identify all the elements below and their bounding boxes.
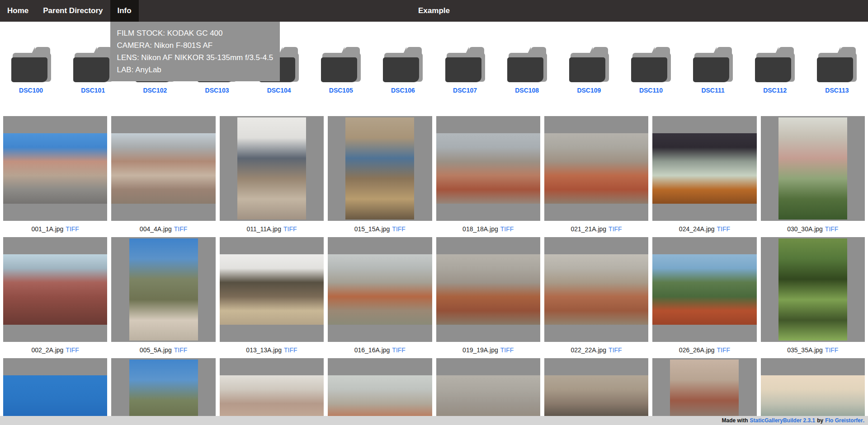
folder-icon[interactable] (755, 47, 795, 82)
folder-label[interactable]: DSC102 (143, 87, 167, 94)
photo-thumbnail-link[interactable] (761, 358, 865, 425)
tiff-link[interactable]: TIFF (609, 346, 622, 354)
photo-thumbnail-link[interactable] (111, 116, 215, 221)
photo-filename: 013_13A.jpg (246, 346, 282, 354)
folder-icon-front (11, 57, 47, 82)
folder-icon-front (817, 57, 853, 82)
photo-image (778, 117, 847, 220)
folder-item-dsc105[interactable]: DSC105 (310, 47, 372, 94)
folder-icon[interactable] (507, 47, 547, 82)
photo-caption: 035_35A.jpgTIFF (761, 342, 865, 358)
photo-cell (652, 358, 756, 425)
photo-thumbnail-link[interactable] (436, 358, 540, 425)
tiff-link[interactable]: TIFF (66, 225, 79, 233)
folder-item-dsc110[interactable]: DSC110 (620, 47, 682, 94)
tiff-link[interactable]: TIFF (392, 346, 406, 354)
photo-filename: 024_24A.jpg (679, 225, 715, 233)
folder-item-dsc100[interactable]: DSC100 (0, 47, 62, 94)
nav-item-info[interactable]: InfoFILM STOCK: KODAK GC 400CAMERA: Niko… (110, 0, 139, 22)
folder-icon-front (693, 57, 729, 82)
photo-thumbnail-link[interactable] (220, 237, 324, 342)
folder-icon[interactable] (445, 47, 485, 82)
folder-icon[interactable] (11, 47, 51, 82)
folder-item-dsc109[interactable]: DSC109 (558, 47, 620, 94)
folder-icon[interactable] (321, 47, 361, 82)
folder-label[interactable]: DSC107 (453, 87, 477, 94)
folder-label[interactable]: DSC106 (391, 87, 415, 94)
tiff-link[interactable]: TIFF (500, 346, 514, 354)
photo-image (220, 254, 324, 325)
photo-thumbnail-link[interactable] (544, 358, 648, 425)
folder-item-dsc106[interactable]: DSC106 (372, 47, 434, 94)
photo-thumbnail-link[interactable] (220, 116, 324, 221)
folder-label[interactable]: DSC105 (329, 87, 353, 94)
photo-thumbnail-link[interactable] (761, 237, 865, 342)
photo-thumbnail-link[interactable] (111, 237, 215, 342)
photo-image (778, 238, 847, 341)
folder-icon[interactable] (631, 47, 671, 82)
folder-label[interactable]: DSC112 (763, 87, 787, 94)
photo-thumbnail-link[interactable] (220, 358, 324, 425)
tiff-link[interactable]: TIFF (500, 225, 514, 233)
folder-label[interactable]: DSC101 (81, 87, 105, 94)
folder-label[interactable]: DSC110 (639, 87, 663, 94)
photo-thumbnail-link[interactable] (328, 237, 432, 342)
folder-item-dsc111[interactable]: DSC111 (682, 47, 744, 94)
photo-thumbnail-link[interactable] (3, 237, 107, 342)
photo-thumbnail-link[interactable] (652, 358, 756, 425)
photo-thumbnail-link[interactable] (328, 358, 432, 425)
folder-label[interactable]: DSC109 (577, 87, 601, 94)
tiff-link[interactable]: TIFF (717, 346, 730, 354)
tiff-link[interactable]: TIFF (284, 346, 297, 354)
tiff-link[interactable]: TIFF (609, 225, 622, 233)
photo-filename: 018_18A.jpg (462, 225, 498, 233)
photo-cell: 013_13A.jpgTIFF (220, 237, 324, 358)
folder-item-dsc108[interactable]: DSC108 (496, 47, 558, 94)
photo-thumbnail-link[interactable] (436, 237, 540, 342)
footer-builder-link[interactable]: StaticGalleryBuilder 2.3.1 (750, 417, 816, 424)
tiff-link[interactable]: TIFF (717, 225, 730, 233)
folder-label[interactable]: DSC108 (515, 87, 539, 94)
photo-cell (761, 358, 865, 425)
folder-label[interactable]: DSC111 (701, 87, 724, 94)
tiff-link[interactable]: TIFF (174, 225, 188, 233)
folder-icon-front (631, 57, 667, 82)
tiff-link[interactable]: TIFF (174, 346, 188, 354)
folder-label[interactable]: DSC103 (205, 87, 229, 94)
tiff-link[interactable]: TIFF (66, 346, 79, 354)
folder-icon[interactable] (817, 47, 857, 82)
photo-thumbnail-link[interactable] (652, 237, 756, 342)
photo-caption: 018_18A.jpgTIFF (436, 221, 540, 237)
folder-icon[interactable] (383, 47, 423, 82)
folder-label[interactable]: DSC113 (825, 87, 849, 94)
photo-thumbnail-link[interactable] (3, 358, 107, 425)
photo-caption: 022_22A.jpgTIFF (544, 342, 648, 358)
folder-icon[interactable] (569, 47, 609, 82)
tiff-link[interactable]: TIFF (825, 225, 839, 233)
folder-item-dsc113[interactable]: DSC113 (806, 47, 868, 94)
photo-cell: 004_4A.jpgTIFF (111, 116, 215, 237)
nav-item-home[interactable]: Home (0, 0, 36, 22)
photo-thumbnail-link[interactable] (328, 116, 432, 221)
info-tooltip-line: CAMERA: Nikon F-801S AF (117, 39, 274, 51)
folder-icon[interactable] (73, 47, 113, 82)
tiff-link[interactable]: TIFF (283, 225, 297, 233)
photo-thumbnail-link[interactable] (436, 116, 540, 221)
photo-thumbnail-link[interactable] (761, 116, 865, 221)
photo-thumbnail-link[interactable] (111, 358, 215, 425)
tiff-link[interactable]: TIFF (392, 225, 406, 233)
photo-thumbnail-link[interactable] (3, 116, 107, 221)
photo-thumbnail-link[interactable] (544, 237, 648, 342)
folder-label[interactable]: DSC104 (267, 87, 291, 94)
folder-icon-front (383, 57, 419, 82)
photo-thumbnail-link[interactable] (544, 116, 648, 221)
folder-label[interactable]: DSC100 (19, 87, 43, 94)
folder-item-dsc107[interactable]: DSC107 (434, 47, 496, 94)
folder-icon[interactable] (693, 47, 733, 82)
nav-item-parent-directory[interactable]: Parent Directory (36, 0, 110, 22)
footer-author-link[interactable]: Flo Greistorfer (825, 417, 863, 424)
photo-filename: 015_15A.jpg (354, 225, 390, 233)
folder-item-dsc112[interactable]: DSC112 (744, 47, 806, 94)
tiff-link[interactable]: TIFF (825, 346, 839, 354)
photo-thumbnail-link[interactable] (652, 116, 756, 221)
